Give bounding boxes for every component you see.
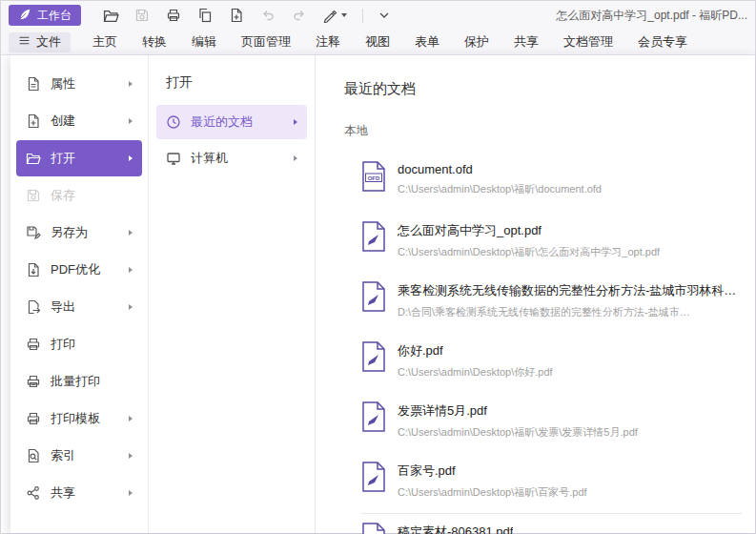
file-menu-item-properties[interactable]: 属性 [16,66,142,102]
doc-name: 发票详情5月.pdf [398,402,638,420]
tab-home[interactable]: 主页 [80,30,130,54]
file-menu-item-export[interactable]: 导出 [16,289,142,325]
file-menu-list: 属性 创建 打开 保存 另存为 [10,55,149,533]
doc-name: document.ofd [398,162,602,176]
recent-doc-item[interactable]: 发票详情5月.pdf C:\Users\admin\Desktop\福昕\发票\… [361,393,742,453]
recent-doc-item[interactable]: 你好.pdf C:\Users\admin\Desktop\你好.pdf [361,333,742,393]
toolbar-divider [362,9,363,23]
file-menu-item-label: 共享 [51,484,75,502]
file-menu-item-index[interactable]: 索引 [16,438,142,474]
pen-tool-button[interactable] [317,4,353,27]
tab-share[interactable]: 共享 [501,30,551,54]
submenu-arrow-icon [129,416,133,421]
pen-tool-icon [322,8,337,23]
tab-page-organize[interactable]: 页面管理 [229,30,303,54]
submenu-arrow-icon [129,81,133,87]
print-button[interactable] [159,4,188,27]
doc-path: C:\Users\admin\Desktop\福昕\发票\发票详情5月.pdf [398,425,638,440]
tab-comment[interactable]: 注释 [303,30,353,54]
file-menu-item-label: 索引 [51,447,75,464]
file-menu-item-label: PDF优化 [51,261,100,278]
recent-panel-title: 最近的文档 [344,80,742,98]
recent-doc-item[interactable]: 乘客检测系统无线传输数据的完整性分析方法-盐城市羽林科技… D:\合同\乘客检测… [361,273,742,333]
file-menu-item-label: 另存为 [51,224,88,241]
file-menu-item-open[interactable]: 打开 [16,140,142,176]
app-window: 工作台 怎么面对高中学习_opt.pdf [0,0,756,534]
redo-button[interactable] [285,4,314,27]
pdf-file-icon [361,401,386,432]
tab-form[interactable]: 表单 [402,30,452,54]
doc-name: 乘客检测系统无线传输数据的完整性分析方法-盐城市羽林科技… [398,282,742,299]
file-menu-label: 文件 [36,33,61,51]
file-menu-item-batch-print[interactable]: 批量打印 [16,363,142,400]
file-menu-item-save-as[interactable]: 另存为 [16,215,142,251]
customize-toolbar-button[interactable] [370,4,398,27]
recent-documents-item[interactable]: 最近的文档 [156,105,307,139]
doc-name: 你好.pdf [398,342,553,359]
open-folder-icon [103,8,119,24]
computer-item[interactable]: 计算机 [156,141,307,175]
file-menu-item-label: 创建 [51,113,75,130]
open-submenu-panel: 打开 最近的文档 计算机 [149,55,316,533]
index-icon [26,448,41,463]
file-menu-item-label: 打印 [51,336,75,353]
print-icon [26,337,41,352]
clock-icon [166,114,181,130]
workspace-button[interactable]: 工作台 [9,5,81,26]
file-menu-item-print-template[interactable]: 打印模板 [16,400,142,437]
ofd-file-icon: OFD [361,161,386,192]
share-icon [26,485,41,501]
doc-name: 怎么面对高中学习_opt.pdf [398,222,660,239]
recent-doc-item[interactable]: 稿定素材-806381.pdf [361,513,742,534]
doc-name: 稿定素材-806381.pdf [398,524,513,534]
workspace-label: 工作台 [37,8,72,24]
pdf-file-icon [361,341,386,372]
tab-member[interactable]: 会员专享 [625,30,700,54]
doc-path: C:\Users\admin\Desktop\你好.pdf [398,365,553,380]
pdf-file-icon [361,462,386,492]
copy-button[interactable] [191,4,219,27]
file-menu-item-pdf-optimize[interactable]: PDF优化 [16,252,142,288]
save-button[interactable] [128,4,156,27]
file-menu-item-create[interactable]: 创建 [16,103,142,139]
recent-doc-item[interactable]: 百家号.pdf C:\Users\admin\Desktop\福昕\百家号.pd… [361,453,742,513]
recent-doc-item[interactable]: 怎么面对高中学习_opt.pdf C:\Users\admin\Desktop\… [361,213,742,273]
file-menu-button[interactable]: 文件 [9,32,71,52]
recent-documents-panel: 最近的文档 本地 OFD document.ofd C:\Users\admin… [316,55,755,533]
print-template-icon [26,411,41,426]
submenu-arrow-icon [129,230,133,236]
recent-doc-item[interactable]: OFD document.ofd C:\Users\admin\Desktop\… [361,153,742,213]
doc-path: C:\Users\admin\Desktop\福昕\怎么面对高中学习_opt.p… [398,245,660,259]
tab-convert[interactable]: 转换 [130,30,179,54]
file-menu-item-save[interactable]: 保存 [16,177,142,214]
pdf-file-icon [361,281,386,312]
tab-view[interactable]: 视图 [353,30,402,54]
submenu-arrow-icon [129,453,133,459]
file-menu-item-label: 批量打印 [51,373,100,390]
pdf-file-icon [361,523,386,534]
batch-print-icon [26,374,41,389]
tab-edit[interactable]: 编辑 [179,30,229,54]
undo-icon [260,8,276,23]
create-pdf-button[interactable] [222,4,251,27]
tab-doc-manage[interactable]: 文档管理 [551,30,625,54]
new-document-icon [229,8,244,23]
doc-path: C:\Users\admin\Desktop\福昕\document.ofd [398,182,602,196]
save-as-icon [26,225,41,240]
window-title: 怎么面对高中学习_opt.pdf - 福昕PD... [556,8,747,24]
svg-text:OFD: OFD [368,175,380,181]
properties-icon [26,76,41,92]
tab-protect[interactable]: 保护 [452,30,501,54]
open-file-button[interactable] [96,4,125,27]
chevron-down-icon [376,9,393,22]
file-menu-overlay: 属性 创建 打开 保存 另存为 [10,55,755,533]
menu-bar: 文件 主页 转换 编辑 页面管理 注释 视图 表单 保护 共享 文档管理 会员专… [1,30,755,55]
pdf-optimize-icon [26,262,41,277]
file-menu-item-print[interactable]: 打印 [16,326,142,362]
copy-icon [197,8,213,23]
undo-button[interactable] [254,4,282,27]
computer-icon [166,151,181,166]
submenu-arrow-icon [129,490,133,496]
file-menu-item-share[interactable]: 共享 [16,475,142,511]
export-icon [26,299,41,315]
